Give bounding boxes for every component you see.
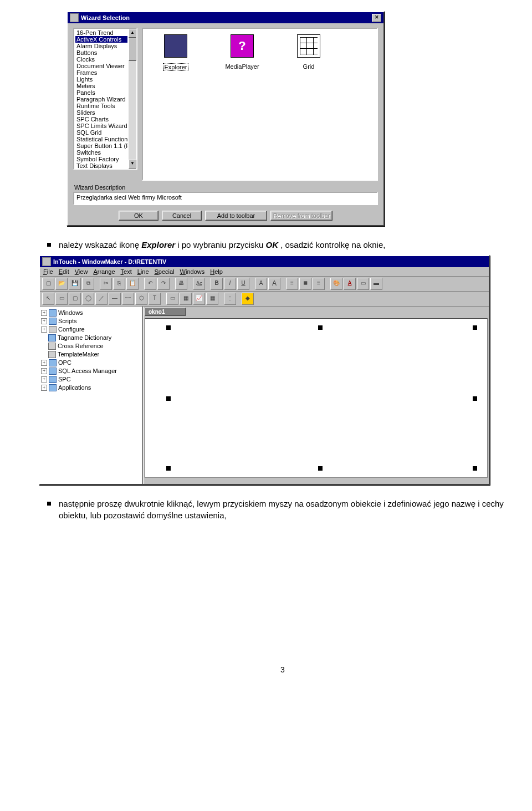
scroll-thumb[interactable]: [129, 38, 136, 61]
explorer-control-icon[interactable]: ◆: [242, 293, 254, 305]
expand-icon[interactable]: +: [41, 310, 47, 316]
polygon-icon[interactable]: ⬡: [135, 293, 147, 305]
list-item[interactable]: Paragraph Wizard: [75, 96, 127, 103]
menu-view[interactable]: View: [75, 268, 88, 275]
category-listbox[interactable]: 16-Pen Trend ActiveX Controls Alarm Disp…: [73, 28, 137, 170]
list-item[interactable]: SPC Charts: [75, 116, 127, 123]
font-size-icon[interactable]: A͟ᴄ: [193, 278, 205, 290]
add-to-toolbar-button[interactable]: Add to toolbar: [205, 211, 267, 221]
tree-item-apps[interactable]: + Applications: [41, 384, 141, 392]
line-icon[interactable]: ／: [95, 293, 108, 305]
tree-item-spc[interactable]: + SPC: [41, 375, 141, 384]
paste-icon[interactable]: 📋: [126, 278, 139, 290]
redo-icon[interactable]: ↷: [157, 278, 170, 290]
menu-arrange[interactable]: Arrange: [93, 268, 115, 275]
menu-windows[interactable]: Windows: [180, 268, 205, 275]
list-item[interactable]: Sliders: [75, 109, 127, 116]
ok-button[interactable]: OK: [119, 211, 158, 221]
tree-item-sql[interactable]: + SQL Access Manager: [41, 367, 141, 375]
list-item[interactable]: Text Displays: [75, 162, 127, 169]
tree-item-tagname[interactable]: Tagname Dictionary: [41, 334, 141, 342]
expand-icon[interactable]: +: [41, 368, 47, 374]
design-canvas[interactable]: [145, 318, 488, 478]
wizard-icon-grid[interactable]: Grid: [284, 34, 334, 70]
selection-handle[interactable]: [473, 325, 477, 330]
list-item[interactable]: SQL Grid: [75, 129, 127, 136]
project-tree[interactable]: + Windows + Scripts + Configure Tagname …: [40, 307, 143, 484]
selection-handle[interactable]: [166, 396, 171, 401]
open-icon[interactable]: 📂: [55, 278, 68, 290]
list-item[interactable]: Frames: [75, 69, 127, 76]
text-tool-icon[interactable]: T: [149, 293, 161, 305]
list-item[interactable]: Document Viewer: [75, 63, 127, 69]
list-item[interactable]: Super Button 1.1 (F: [75, 142, 127, 149]
align-left-icon[interactable]: ≡: [286, 278, 298, 290]
bitmap-tool-icon[interactable]: ▦: [180, 293, 192, 305]
saveall-icon[interactable]: ⧉: [82, 278, 94, 290]
tree-item-template[interactable]: TemplateMaker: [41, 350, 141, 359]
wizard-tool-icon[interactable]: ⋮: [224, 293, 236, 305]
list-item[interactable]: Switches: [75, 149, 127, 156]
undo-icon[interactable]: ↶: [144, 278, 156, 290]
list-item[interactable]: 16-Pen Trend: [75, 29, 127, 36]
menu-special[interactable]: Special: [155, 268, 175, 275]
copy-icon[interactable]: ⎘: [113, 278, 125, 290]
list-item[interactable]: Alarm Displays: [75, 43, 127, 49]
scroll-up-icon[interactable]: ▲: [129, 29, 136, 38]
list-item[interactable]: Statistical Function: [75, 136, 127, 142]
ellipse-icon[interactable]: ◯: [82, 293, 94, 305]
selection-handle[interactable]: [473, 466, 477, 471]
wizard-icon-explorer[interactable]: Explorer: [151, 34, 201, 71]
selection-handle[interactable]: [318, 466, 323, 471]
selection-handle[interactable]: [166, 325, 171, 330]
tree-item-configure[interactable]: + Configure: [41, 325, 141, 334]
tree-item-windows[interactable]: + Windows: [41, 309, 141, 317]
list-item[interactable]: Runtime Tools: [75, 103, 127, 109]
cancel-button[interactable]: Cancel: [162, 211, 202, 221]
selection-handle[interactable]: [166, 466, 171, 471]
roundrect-icon[interactable]: ▢: [69, 293, 81, 305]
underline-icon[interactable]: U: [237, 278, 249, 290]
list-item[interactable]: SPC Limits Wizard: [75, 123, 127, 129]
menu-text[interactable]: Text: [121, 268, 132, 275]
rectangle-icon[interactable]: ▭: [55, 293, 68, 305]
expand-icon[interactable]: +: [41, 360, 47, 366]
menu-edit[interactable]: Edit: [59, 268, 69, 275]
expand-icon[interactable]: +: [41, 385, 47, 391]
expand-icon[interactable]: +: [41, 318, 47, 324]
windowmaker-titlebar[interactable]: InTouch - WindowMaker - D:\RETENTIV: [40, 256, 489, 267]
font-larger-icon[interactable]: A: [268, 278, 280, 290]
list-item[interactable]: Buttons: [75, 49, 127, 56]
tree-item-opc[interactable]: + OPC: [41, 359, 141, 367]
italic-icon[interactable]: I: [224, 278, 236, 290]
text-color-icon[interactable]: A: [344, 278, 356, 290]
pointer-icon[interactable]: ↖: [42, 293, 54, 305]
menu-help[interactable]: Help: [210, 268, 223, 275]
expand-icon[interactable]: +: [41, 327, 47, 333]
menu-file[interactable]: File: [43, 268, 53, 275]
listbox-scrollbar[interactable]: ▲ ▼: [129, 29, 136, 169]
wizard-icon-mediaplayer[interactable]: MediaPlayer: [217, 34, 267, 70]
tree-item-scripts[interactable]: + Scripts: [41, 317, 141, 325]
remove-from-toolbar-button[interactable]: Remove from toolbar: [270, 211, 332, 221]
align-right-icon[interactable]: ≡: [313, 278, 325, 290]
tree-item-crossref[interactable]: Cross Reference: [41, 342, 141, 350]
list-item[interactable]: Clocks: [75, 56, 127, 63]
grid-tool-icon[interactable]: ▦: [206, 293, 218, 305]
selection-handle[interactable]: [473, 396, 477, 401]
cut-icon[interactable]: ✂: [100, 278, 112, 290]
button-tool-icon[interactable]: ▭: [166, 293, 178, 305]
line-color-icon[interactable]: ▭: [357, 278, 369, 290]
list-item-selected[interactable]: ActiveX Controls: [75, 36, 127, 43]
font-smaller-icon[interactable]: A: [255, 278, 267, 290]
hline-icon[interactable]: ―: [109, 293, 121, 305]
palette-icon[interactable]: 🎨: [330, 278, 342, 290]
menu-line[interactable]: Line: [137, 268, 149, 275]
new-icon[interactable]: ▢: [42, 278, 54, 290]
list-item[interactable]: Lights: [75, 76, 127, 83]
selection-handle[interactable]: [318, 325, 323, 330]
bold-icon[interactable]: B: [211, 278, 223, 290]
list-item[interactable]: Symbol Factory: [75, 156, 127, 162]
expand-icon[interactable]: +: [41, 376, 47, 382]
scroll-down-icon[interactable]: ▼: [129, 160, 136, 169]
